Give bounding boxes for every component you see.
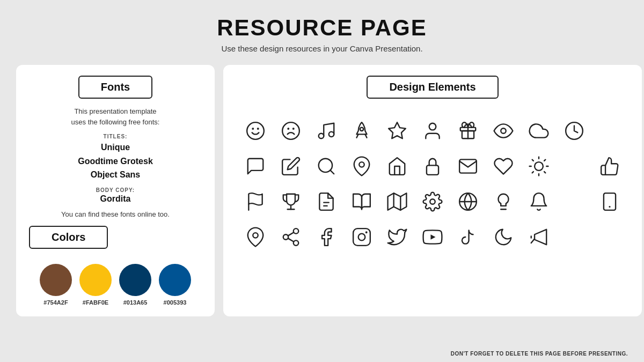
colors-label: Colors xyxy=(29,226,108,249)
swatch-item: #FABF0E xyxy=(79,264,112,306)
svg-line-26 xyxy=(544,160,545,161)
icon-person xyxy=(416,115,449,147)
svg-point-16 xyxy=(359,162,364,167)
svg-point-41 xyxy=(294,240,299,246)
icon-megaphone xyxy=(523,221,555,253)
footer-note: DON'T FORGET TO DELETE THIS PAGE BEFORE … xyxy=(451,351,628,357)
svg-line-42 xyxy=(288,238,294,241)
icon-instagram xyxy=(346,221,378,253)
icon-share xyxy=(275,221,307,253)
svg-marker-30 xyxy=(388,193,407,210)
icon-document xyxy=(310,186,342,218)
svg-point-2 xyxy=(258,128,259,129)
svg-point-45 xyxy=(358,234,365,241)
icon-gift xyxy=(452,115,484,147)
right-panel: Design Elements xyxy=(223,65,642,316)
svg-line-43 xyxy=(288,232,294,235)
icon-empty-1 xyxy=(594,115,626,147)
swatch-item: #005393 xyxy=(159,264,191,306)
icon-empty-2 xyxy=(558,150,590,182)
icon-bulb xyxy=(487,186,519,218)
icon-sad-face xyxy=(275,115,307,147)
icon-map-settings xyxy=(381,186,413,218)
svg-rect-17 xyxy=(427,165,438,174)
icon-rocket xyxy=(346,115,378,147)
icon-flag xyxy=(239,186,272,218)
icon-pin xyxy=(346,150,378,182)
icon-lock xyxy=(416,150,449,182)
icon-email xyxy=(452,150,484,182)
icon-search xyxy=(310,150,342,182)
icon-chat xyxy=(239,150,272,182)
swatch-label-4: #005393 xyxy=(164,299,187,306)
svg-point-0 xyxy=(247,122,264,139)
svg-point-7 xyxy=(329,132,334,137)
svg-marker-47 xyxy=(430,234,435,240)
icon-sun xyxy=(523,150,555,182)
fonts-label: Fonts xyxy=(78,76,152,99)
swatch-label-1: #754A2F xyxy=(43,299,68,306)
page-title: RESOURCE PAGE xyxy=(217,15,427,41)
svg-point-40 xyxy=(283,234,289,240)
page-header: RESOURCE PAGE Use these design resources… xyxy=(217,0,427,58)
colors-swatches: #754A2F #FABF0E #013A65 #005393 xyxy=(29,264,202,306)
svg-marker-9 xyxy=(389,122,406,138)
fonts-body-name: Gordita xyxy=(100,194,131,204)
icon-facebook xyxy=(310,221,342,253)
icon-bell xyxy=(523,186,555,218)
icon-heart xyxy=(487,150,519,182)
swatch-circle-4 xyxy=(159,264,191,296)
fonts-title-names: UniqueGoodtime GroteskObject Sans xyxy=(78,141,153,182)
svg-rect-36 xyxy=(604,193,616,210)
icon-book xyxy=(346,186,378,218)
svg-point-18 xyxy=(535,162,543,171)
svg-point-39 xyxy=(294,228,299,234)
svg-point-38 xyxy=(253,233,258,238)
svg-line-25 xyxy=(532,172,533,173)
svg-point-8 xyxy=(360,128,363,131)
svg-line-22 xyxy=(544,172,545,173)
svg-point-1 xyxy=(252,128,253,129)
left-panel: Fonts This presentation templateuses the… xyxy=(16,65,215,316)
fonts-body-label: BODY COPY: xyxy=(96,187,135,193)
fonts-find-text: You can find these fonts online too. xyxy=(61,210,170,218)
svg-point-5 xyxy=(293,128,294,129)
swatch-label-3: #013A65 xyxy=(123,299,148,306)
svg-point-4 xyxy=(288,128,289,129)
icon-tiktok xyxy=(452,221,484,253)
icon-moon xyxy=(487,221,519,253)
icon-empty-3 xyxy=(558,186,590,218)
fonts-titles-label: TITLES: xyxy=(104,134,128,139)
icons-grid xyxy=(239,115,626,253)
svg-rect-44 xyxy=(353,228,370,246)
icon-globe xyxy=(452,186,484,218)
svg-point-6 xyxy=(319,134,324,139)
svg-point-10 xyxy=(429,123,436,130)
svg-point-3 xyxy=(282,122,299,139)
swatch-item: #754A2F xyxy=(40,264,72,306)
swatch-label-2: #FABF0E xyxy=(83,299,108,306)
icon-gear xyxy=(416,186,449,218)
icon-trophy xyxy=(275,186,307,218)
svg-line-21 xyxy=(532,160,533,161)
page-subtitle: Use these design resources in your Canva… xyxy=(217,44,427,53)
icon-cloud xyxy=(523,115,555,147)
icon-smiley xyxy=(239,115,272,147)
icon-star xyxy=(381,115,413,147)
svg-point-46 xyxy=(366,232,367,233)
swatch-item: #013A65 xyxy=(119,264,151,306)
swatch-circle-3 xyxy=(119,264,151,296)
main-content: Fonts This presentation templateuses the… xyxy=(0,65,644,316)
icon-pencil xyxy=(275,150,307,182)
icon-home xyxy=(381,150,413,182)
swatch-circle-1 xyxy=(40,264,72,296)
swatch-circle-2 xyxy=(79,264,112,296)
fonts-description: This presentation templateuses the follo… xyxy=(71,106,160,127)
svg-point-13 xyxy=(501,128,506,134)
icon-clock xyxy=(558,115,590,147)
icon-twitter xyxy=(381,221,413,253)
icon-location xyxy=(239,221,272,253)
design-elements-label: Design Elements xyxy=(367,76,498,99)
colors-section: Colors #754A2F #FABF0E #013A65 #005393 xyxy=(29,226,202,306)
icon-youtube xyxy=(416,221,449,253)
